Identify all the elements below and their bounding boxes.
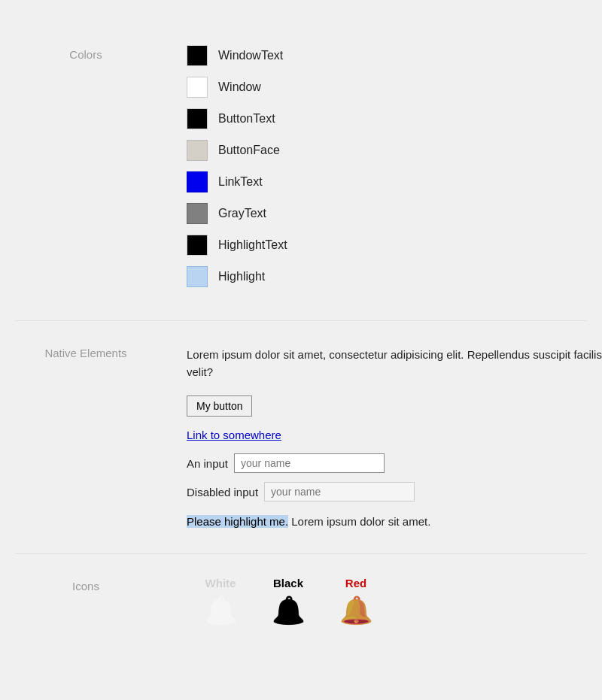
color-swatch-highlighttext bbox=[187, 235, 208, 256]
icons-label: Icons bbox=[0, 577, 172, 592]
color-name-highlight: Highlight bbox=[218, 270, 265, 283]
bell-red-icon: 🔔 bbox=[339, 595, 373, 626]
lorem-text: Lorem ipsum dolor sit amet, consectetur … bbox=[187, 347, 602, 380]
color-name-window: Window bbox=[218, 80, 261, 94]
icons-row: 🔔 🔔 🔔 bbox=[187, 597, 602, 624]
native-elements-section: Native Elements Lorem ipsum dolor sit am… bbox=[0, 321, 602, 553]
color-swatch-highlight bbox=[187, 266, 208, 287]
disabled-input-field bbox=[264, 482, 415, 502]
native-elements-content: Lorem ipsum dolor sit amet, consectetur … bbox=[172, 344, 602, 531]
color-item-highlight: Highlight bbox=[187, 266, 602, 287]
page-container: Colors WindowText Window ButtonText Butt… bbox=[0, 0, 602, 669]
color-swatch-windowtext bbox=[187, 45, 208, 66]
color-item-highlighttext: HighlightText bbox=[187, 235, 602, 256]
bell-black-cell: 🔔 bbox=[254, 597, 322, 624]
an-input-field[interactable] bbox=[234, 453, 385, 473]
color-name-graytext: GrayText bbox=[218, 207, 266, 220]
native-elements-label: Native Elements bbox=[0, 344, 172, 359]
icons-section: Icons White Black Red 🔔 🔔 🔔 bbox=[0, 554, 602, 647]
color-item-windowtext: WindowText bbox=[187, 45, 602, 66]
color-name-highlighttext: HighlightText bbox=[218, 238, 287, 252]
icons-content: White Black Red 🔔 🔔 🔔 bbox=[172, 577, 602, 624]
colors-section: Colors WindowText Window ButtonText Butt… bbox=[0, 23, 602, 320]
icon-header-white: White bbox=[187, 577, 254, 589]
bell-red-cell: 🔔 bbox=[322, 597, 390, 624]
color-name-linktext: LinkText bbox=[218, 175, 263, 189]
color-item-graytext: GrayText bbox=[187, 203, 602, 224]
my-button[interactable]: My button bbox=[187, 395, 252, 417]
highlighted-text: Please highlight me. bbox=[187, 515, 288, 528]
color-swatch-window bbox=[187, 77, 208, 98]
link-to-somewhere[interactable]: Link to somewhere bbox=[187, 429, 602, 441]
color-swatch-buttontext bbox=[187, 108, 208, 129]
bell-white-cell: 🔔 bbox=[187, 597, 254, 624]
icon-header-black: Black bbox=[254, 577, 322, 589]
color-name-windowtext: WindowText bbox=[218, 49, 283, 62]
color-swatch-buttonface bbox=[187, 140, 208, 161]
color-item-buttontext: ButtonText bbox=[187, 108, 602, 129]
bell-black-icon: 🔔 bbox=[272, 595, 306, 626]
an-input-row: An input bbox=[187, 453, 602, 473]
color-swatch-linktext bbox=[187, 171, 208, 192]
highlight-text-row: Please highlight me. Lorem ipsum dolor s… bbox=[187, 514, 602, 531]
bell-white-icon: 🔔 bbox=[204, 595, 238, 626]
disabled-input-row: Disabled input bbox=[187, 482, 602, 502]
icons-header-row: White Black Red bbox=[187, 577, 602, 589]
color-name-buttonface: ButtonFace bbox=[218, 144, 280, 157]
after-highlight-text: Lorem ipsum dolor sit amet. bbox=[288, 515, 430, 528]
color-item-buttonface: ButtonFace bbox=[187, 140, 602, 161]
colors-label: Colors bbox=[0, 45, 172, 61]
color-name-buttontext: ButtonText bbox=[218, 112, 275, 126]
icon-header-red: Red bbox=[322, 577, 390, 589]
colors-content: WindowText Window ButtonText ButtonFace … bbox=[172, 45, 602, 298]
disabled-input-label: Disabled input bbox=[187, 486, 258, 498]
color-swatch-graytext bbox=[187, 203, 208, 224]
an-input-label: An input bbox=[187, 457, 228, 470]
color-item-window: Window bbox=[187, 77, 602, 98]
color-item-linktext: LinkText bbox=[187, 171, 602, 192]
